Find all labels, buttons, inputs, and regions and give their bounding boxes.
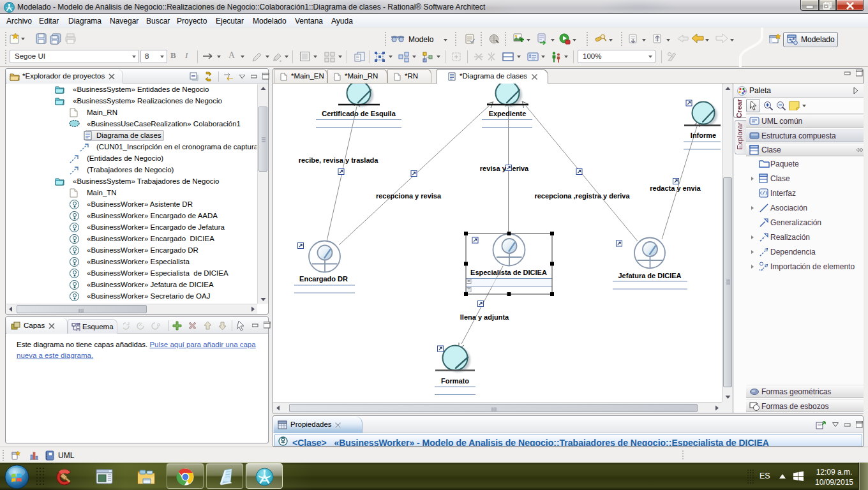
svg-text:Especialista de DICIEA: Especialista de DICIEA	[470, 269, 547, 276]
svg-text:Jefatura de DICIEA: Jefatura de DICIEA	[618, 272, 681, 279]
svg-text:recibe, revisa y traslada: recibe, revisa y traslada	[299, 156, 379, 164]
svg-text:Formato: Formato	[441, 377, 469, 385]
svg-text:recepciona y revisa: recepciona y revisa	[376, 192, 442, 200]
svg-text:Certificado de Esquila: Certificado de Esquila	[322, 110, 396, 117]
svg-text:redacta y envia: redacta y envia	[650, 184, 701, 192]
svg-text:llena y adjunta: llena y adjunta	[460, 313, 509, 321]
svg-text:revisa y deriva: revisa y deriva	[480, 165, 529, 172]
svg-text:recepciona ,registra y deriva: recepciona ,registra y deriva	[534, 192, 630, 200]
svg-text:Informe: Informe	[691, 131, 716, 139]
svg-text:Encargado DR: Encargado DR	[299, 275, 348, 283]
svg-text:Expediente: Expediente	[489, 110, 527, 117]
